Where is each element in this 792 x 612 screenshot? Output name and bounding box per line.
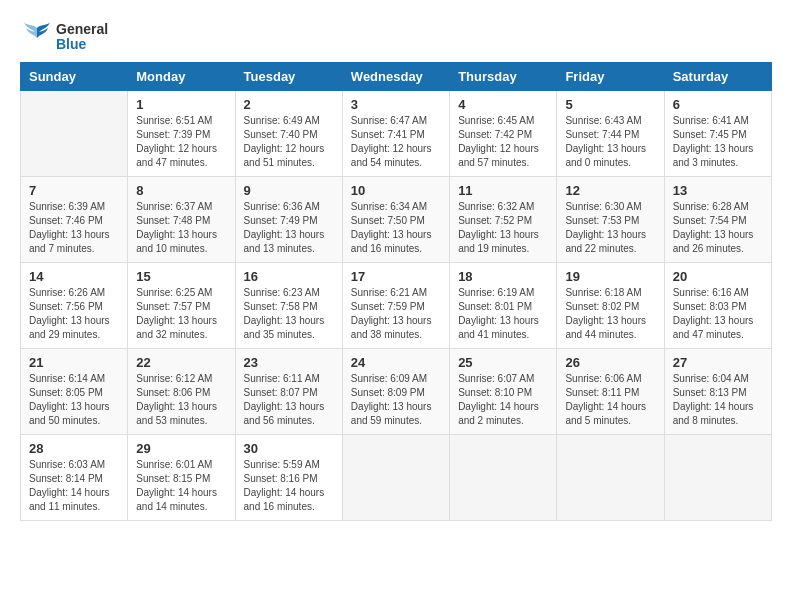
day-info: Sunrise: 6:45 AM Sunset: 7:42 PM Dayligh… [458, 114, 548, 170]
day-info: Sunrise: 6:25 AM Sunset: 7:57 PM Dayligh… [136, 286, 226, 342]
day-info: Sunrise: 6:49 AM Sunset: 7:40 PM Dayligh… [244, 114, 334, 170]
day-number: 6 [673, 97, 763, 112]
calendar-cell: 21Sunrise: 6:14 AM Sunset: 8:05 PM Dayli… [21, 349, 128, 435]
header-sunday: Sunday [21, 63, 128, 91]
day-info: Sunrise: 5:59 AM Sunset: 8:16 PM Dayligh… [244, 458, 334, 514]
calendar-cell: 22Sunrise: 6:12 AM Sunset: 8:06 PM Dayli… [128, 349, 235, 435]
calendar-cell [342, 435, 449, 521]
day-info: Sunrise: 6:34 AM Sunset: 7:50 PM Dayligh… [351, 200, 441, 256]
logo: General Blue [20, 20, 108, 54]
logo-general: General [56, 22, 108, 37]
calendar-cell [664, 435, 771, 521]
day-number: 16 [244, 269, 334, 284]
day-number: 11 [458, 183, 548, 198]
calendar-cell: 4Sunrise: 6:45 AM Sunset: 7:42 PM Daylig… [450, 91, 557, 177]
day-number: 12 [565, 183, 655, 198]
header-row-days: SundayMondayTuesdayWednesdayThursdayFrid… [21, 63, 772, 91]
calendar-cell [557, 435, 664, 521]
calendar-cell: 25Sunrise: 6:07 AM Sunset: 8:10 PM Dayli… [450, 349, 557, 435]
header-monday: Monday [128, 63, 235, 91]
calendar-cell: 19Sunrise: 6:18 AM Sunset: 8:02 PM Dayli… [557, 263, 664, 349]
calendar-cell: 23Sunrise: 6:11 AM Sunset: 8:07 PM Dayli… [235, 349, 342, 435]
day-number: 15 [136, 269, 226, 284]
day-info: Sunrise: 6:07 AM Sunset: 8:10 PM Dayligh… [458, 372, 548, 428]
day-info: Sunrise: 6:23 AM Sunset: 7:58 PM Dayligh… [244, 286, 334, 342]
day-number: 28 [29, 441, 119, 456]
day-number: 2 [244, 97, 334, 112]
week-row-0: 1Sunrise: 6:51 AM Sunset: 7:39 PM Daylig… [21, 91, 772, 177]
day-info: Sunrise: 6:26 AM Sunset: 7:56 PM Dayligh… [29, 286, 119, 342]
day-info: Sunrise: 6:41 AM Sunset: 7:45 PM Dayligh… [673, 114, 763, 170]
calendar-cell: 5Sunrise: 6:43 AM Sunset: 7:44 PM Daylig… [557, 91, 664, 177]
calendar-cell: 30Sunrise: 5:59 AM Sunset: 8:16 PM Dayli… [235, 435, 342, 521]
day-info: Sunrise: 6:18 AM Sunset: 8:02 PM Dayligh… [565, 286, 655, 342]
day-info: Sunrise: 6:09 AM Sunset: 8:09 PM Dayligh… [351, 372, 441, 428]
day-info: Sunrise: 6:51 AM Sunset: 7:39 PM Dayligh… [136, 114, 226, 170]
calendar-container: General Blue SundayMondayTuesdayWednesda… [0, 0, 792, 612]
day-number: 1 [136, 97, 226, 112]
calendar-cell: 20Sunrise: 6:16 AM Sunset: 8:03 PM Dayli… [664, 263, 771, 349]
day-info: Sunrise: 6:12 AM Sunset: 8:06 PM Dayligh… [136, 372, 226, 428]
header-saturday: Saturday [664, 63, 771, 91]
day-number: 30 [244, 441, 334, 456]
calendar-cell: 2Sunrise: 6:49 AM Sunset: 7:40 PM Daylig… [235, 91, 342, 177]
day-info: Sunrise: 6:06 AM Sunset: 8:11 PM Dayligh… [565, 372, 655, 428]
day-number: 24 [351, 355, 441, 370]
calendar-cell: 27Sunrise: 6:04 AM Sunset: 8:13 PM Dayli… [664, 349, 771, 435]
week-row-4: 28Sunrise: 6:03 AM Sunset: 8:14 PM Dayli… [21, 435, 772, 521]
day-info: Sunrise: 6:01 AM Sunset: 8:15 PM Dayligh… [136, 458, 226, 514]
header-wednesday: Wednesday [342, 63, 449, 91]
calendar-cell: 3Sunrise: 6:47 AM Sunset: 7:41 PM Daylig… [342, 91, 449, 177]
calendar-cell: 10Sunrise: 6:34 AM Sunset: 7:50 PM Dayli… [342, 177, 449, 263]
day-number: 4 [458, 97, 548, 112]
day-info: Sunrise: 6:04 AM Sunset: 8:13 PM Dayligh… [673, 372, 763, 428]
day-info: Sunrise: 6:19 AM Sunset: 8:01 PM Dayligh… [458, 286, 548, 342]
day-number: 5 [565, 97, 655, 112]
calendar-cell [21, 91, 128, 177]
calendar-cell: 17Sunrise: 6:21 AM Sunset: 7:59 PM Dayli… [342, 263, 449, 349]
day-number: 20 [673, 269, 763, 284]
logo-blue: Blue [56, 37, 108, 52]
calendar-cell: 11Sunrise: 6:32 AM Sunset: 7:52 PM Dayli… [450, 177, 557, 263]
header-thursday: Thursday [450, 63, 557, 91]
day-number: 21 [29, 355, 119, 370]
day-info: Sunrise: 6:36 AM Sunset: 7:49 PM Dayligh… [244, 200, 334, 256]
day-number: 19 [565, 269, 655, 284]
calendar-cell: 26Sunrise: 6:06 AM Sunset: 8:11 PM Dayli… [557, 349, 664, 435]
calendar-cell: 12Sunrise: 6:30 AM Sunset: 7:53 PM Dayli… [557, 177, 664, 263]
day-info: Sunrise: 6:14 AM Sunset: 8:05 PM Dayligh… [29, 372, 119, 428]
logo-display: General Blue [20, 20, 108, 54]
day-number: 13 [673, 183, 763, 198]
header-tuesday: Tuesday [235, 63, 342, 91]
day-info: Sunrise: 6:47 AM Sunset: 7:41 PM Dayligh… [351, 114, 441, 170]
calendar-cell: 16Sunrise: 6:23 AM Sunset: 7:58 PM Dayli… [235, 263, 342, 349]
week-row-3: 21Sunrise: 6:14 AM Sunset: 8:05 PM Dayli… [21, 349, 772, 435]
day-number: 25 [458, 355, 548, 370]
calendar-cell: 15Sunrise: 6:25 AM Sunset: 7:57 PM Dayli… [128, 263, 235, 349]
calendar-cell: 13Sunrise: 6:28 AM Sunset: 7:54 PM Dayli… [664, 177, 771, 263]
calendar-cell: 24Sunrise: 6:09 AM Sunset: 8:09 PM Dayli… [342, 349, 449, 435]
day-info: Sunrise: 6:28 AM Sunset: 7:54 PM Dayligh… [673, 200, 763, 256]
header-friday: Friday [557, 63, 664, 91]
day-number: 27 [673, 355, 763, 370]
day-number: 18 [458, 269, 548, 284]
calendar-cell: 29Sunrise: 6:01 AM Sunset: 8:15 PM Dayli… [128, 435, 235, 521]
day-info: Sunrise: 6:39 AM Sunset: 7:46 PM Dayligh… [29, 200, 119, 256]
day-number: 22 [136, 355, 226, 370]
calendar-cell: 14Sunrise: 6:26 AM Sunset: 7:56 PM Dayli… [21, 263, 128, 349]
calendar-cell: 18Sunrise: 6:19 AM Sunset: 8:01 PM Dayli… [450, 263, 557, 349]
day-info: Sunrise: 6:16 AM Sunset: 8:03 PM Dayligh… [673, 286, 763, 342]
calendar-table: SundayMondayTuesdayWednesdayThursdayFrid… [20, 62, 772, 521]
day-info: Sunrise: 6:32 AM Sunset: 7:52 PM Dayligh… [458, 200, 548, 256]
calendar-cell: 8Sunrise: 6:37 AM Sunset: 7:48 PM Daylig… [128, 177, 235, 263]
day-info: Sunrise: 6:43 AM Sunset: 7:44 PM Dayligh… [565, 114, 655, 170]
calendar-cell: 28Sunrise: 6:03 AM Sunset: 8:14 PM Dayli… [21, 435, 128, 521]
logo-bird-icon [20, 20, 54, 54]
day-info: Sunrise: 6:37 AM Sunset: 7:48 PM Dayligh… [136, 200, 226, 256]
day-info: Sunrise: 6:21 AM Sunset: 7:59 PM Dayligh… [351, 286, 441, 342]
day-number: 14 [29, 269, 119, 284]
day-info: Sunrise: 6:30 AM Sunset: 7:53 PM Dayligh… [565, 200, 655, 256]
day-number: 3 [351, 97, 441, 112]
calendar-cell: 6Sunrise: 6:41 AM Sunset: 7:45 PM Daylig… [664, 91, 771, 177]
day-info: Sunrise: 6:03 AM Sunset: 8:14 PM Dayligh… [29, 458, 119, 514]
